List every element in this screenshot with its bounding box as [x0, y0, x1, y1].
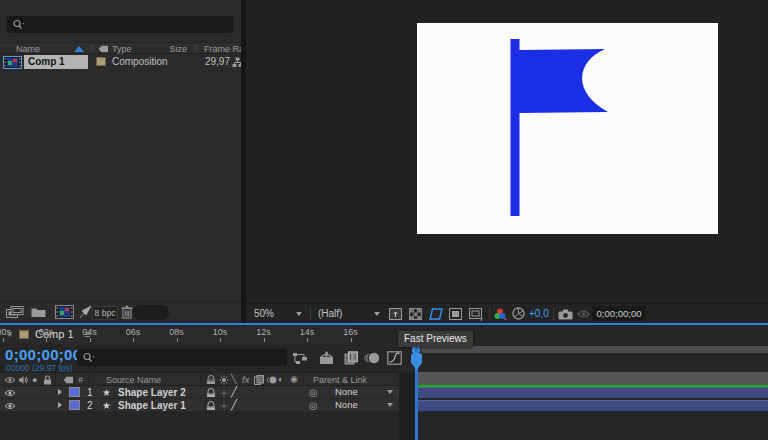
video-eye-icon[interactable] — [4, 389, 16, 397]
trash-icon[interactable] — [121, 305, 133, 319]
time-navigator-bar[interactable] — [421, 346, 768, 353]
ruler-label: 16s — [343, 327, 358, 337]
flag-shape-graphic — [417, 23, 718, 234]
quality-switch-icon: ╲ — [231, 374, 236, 384]
audio-speaker-icon — [18, 375, 28, 385]
ruler-tick — [220, 338, 221, 342]
viewer-timecode[interactable]: 0;00;00;00 — [592, 306, 646, 321]
sort-ascending-icon[interactable] — [74, 46, 84, 52]
chevron-down-icon — [387, 390, 393, 394]
resolution-value: (Half) — [318, 306, 342, 322]
column-resize-gutter[interactable] — [399, 372, 415, 440]
item-label-swatch[interactable] — [96, 57, 106, 66]
layer-duration-bar-1[interactable] — [416, 387, 768, 399]
quality-switch[interactable]: ╱ — [231, 399, 237, 410]
playhead-handle[interactable] — [411, 353, 422, 370]
region-of-interest-icon[interactable] — [429, 308, 443, 320]
layer-color-swatch[interactable] — [69, 387, 80, 397]
project-footer-pill — [133, 305, 169, 320]
ruler-label: 12s — [256, 327, 271, 337]
item-name-field[interactable]: Comp 1 — [24, 55, 88, 69]
layer-color-swatch[interactable] — [69, 400, 80, 410]
layer-number: 1 — [87, 387, 93, 398]
layer-name[interactable]: Shape Layer 1 — [118, 400, 186, 411]
column-parent-link[interactable]: Parent & Link — [313, 375, 367, 385]
video-eye-icon[interactable] — [4, 402, 16, 410]
item-type: Composition — [112, 56, 168, 67]
ruler-tick — [264, 338, 265, 342]
ruler-tick — [90, 338, 91, 342]
column-source-name[interactable]: Source Name — [106, 375, 161, 385]
new-composition-icon[interactable] — [55, 305, 74, 319]
composition-thumbnail-icon — [3, 56, 22, 69]
chevron-down-icon — [374, 312, 380, 316]
effects-switch-icon: fx — [242, 374, 249, 385]
layer-duration-bar-2[interactable] — [416, 400, 768, 412]
layer-name[interactable]: Shape Layer 2 — [118, 387, 186, 398]
fast-previews-tooltip: Fast Previews — [398, 331, 473, 347]
shy-switch-icon[interactable] — [206, 388, 216, 398]
after-effects-window: Name Type Size Frame Ra.. Comp 1 — [0, 0, 768, 440]
column-type[interactable]: Type — [112, 44, 132, 54]
pickwhip-icon[interactable]: ◎ — [309, 387, 318, 398]
video-eye-icon — [4, 376, 16, 384]
interpret-footage-icon[interactable] — [6, 306, 24, 319]
pixel-aspect-correction-icon[interactable] — [469, 308, 484, 321]
ruler-label: :00s — [0, 327, 11, 337]
project-column-header[interactable]: Name Type Size Frame Ra.. — [0, 42, 241, 54]
chevron-down-icon — [387, 403, 393, 407]
pickwhip-icon[interactable]: ◎ — [309, 400, 318, 411]
parent-link-dropdown[interactable]: None — [327, 387, 397, 398]
bit-depth-button[interactable]: 8 bpc — [92, 306, 118, 320]
project-panel: Name Type Size Frame Ra.. Comp 1 — [0, 0, 241, 324]
channel-settings-icon[interactable] — [493, 307, 507, 321]
show-snapshot-eye-icon[interactable] — [577, 309, 590, 319]
current-time-field[interactable]: 0;00;00;00 — [5, 346, 81, 363]
project-footer-toolbar: 8 bpc — [0, 301, 241, 323]
composition-viewer-panel: 50% (Half) — [246, 0, 768, 324]
graph-editor-icon[interactable] — [387, 351, 402, 365]
magnification-dropdown[interactable]: 50% — [248, 306, 308, 322]
timeline-tab[interactable]: × Comp 1 ≡ — [0, 327, 240, 343]
ruler-tick — [307, 338, 308, 342]
grid-guides-icon[interactable] — [389, 308, 402, 320]
layer-row-2[interactable]: 2 ★ Shape Layer 1 ╱ ◎ None — [0, 399, 408, 412]
snapshot-camera-icon[interactable] — [558, 309, 573, 320]
collapse-transformations-icon[interactable] — [219, 401, 229, 411]
parent-link-dropdown[interactable]: None — [327, 400, 397, 411]
viewer-toolbar: 50% (Half) — [246, 303, 768, 323]
column-name[interactable]: Name — [16, 44, 40, 54]
new-folder-icon[interactable] — [31, 306, 46, 318]
composition-canvas[interactable] — [417, 23, 718, 234]
collapse-transformations-icon[interactable] — [219, 388, 229, 398]
ruler-tick — [133, 338, 134, 342]
quality-switch[interactable]: ╱ — [231, 386, 237, 397]
shy-switch-icon[interactable] — [206, 401, 216, 411]
layer-row-1[interactable]: 1 ★ Shape Layer 2 ╱ ◎ None — [0, 386, 408, 399]
project-item-comp1[interactable]: Comp 1 Composition 29,97 — [0, 55, 241, 70]
draft-3d-icon[interactable] — [318, 351, 335, 365]
label-color-icon[interactable] — [98, 45, 109, 53]
frame-blending-icon[interactable] — [344, 351, 359, 365]
resolution-dropdown[interactable]: (Half) — [312, 306, 386, 322]
work-area-bar[interactable] — [415, 372, 768, 385]
transparency-grid-icon[interactable] — [409, 308, 422, 320]
frame-blend-switch-icon — [254, 375, 264, 385]
motion-blur-icon[interactable] — [364, 351, 380, 365]
lock-icon — [43, 375, 52, 385]
mask-visibility-icon[interactable] — [449, 308, 462, 320]
render-settings-icon[interactable] — [79, 305, 92, 319]
composition-mini-flowchart-icon[interactable] — [292, 352, 308, 365]
ruler-label: 08s — [169, 327, 184, 337]
column-size[interactable]: Size — [160, 44, 187, 54]
shape-layer-star-icon: ★ — [102, 400, 111, 411]
expand-chevron-icon[interactable] — [58, 402, 62, 408]
project-search-input[interactable] — [7, 16, 233, 33]
exposure-icon[interactable] — [512, 307, 525, 320]
ruler-label: 14s — [300, 327, 315, 337]
timeline-panel: × Comp 1 ≡ 0;00;00;00 00000 (29.97 fps) — [0, 325, 768, 440]
expand-chevron-icon[interactable] — [58, 389, 62, 395]
exposure-value[interactable]: +0,0 — [529, 308, 549, 319]
timeline-search-input[interactable] — [77, 349, 287, 366]
shy-switch-icon — [206, 375, 216, 385]
